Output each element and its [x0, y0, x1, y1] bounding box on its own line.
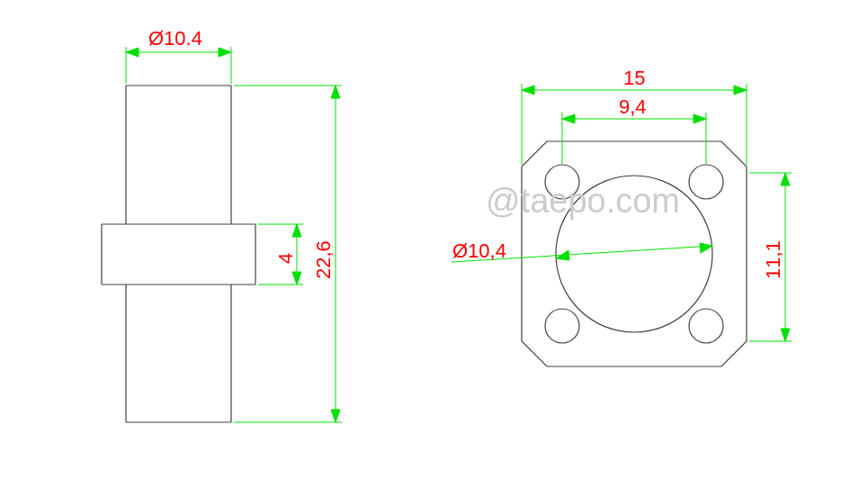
dim-flange-thickness-label: 4: [274, 253, 297, 264]
svg-point-30: [689, 309, 723, 343]
left-part-outline: [102, 86, 255, 422]
dim-center-diameter-label: Ø10,4: [452, 240, 506, 262]
svg-marker-40: [694, 114, 706, 123]
svg-marker-18: [331, 86, 340, 98]
svg-marker-48: [781, 329, 790, 341]
svg-marker-39: [562, 114, 575, 123]
dim-top-diameter: [126, 47, 231, 84]
left-side-view: Ø10.4 22,6 4: [102, 27, 342, 422]
svg-marker-13: [126, 48, 139, 57]
svg-marker-14: [219, 48, 231, 57]
dim-hole-pitch-label: 9,4: [619, 95, 647, 118]
watermark-text: @taepo.com: [486, 182, 680, 220]
dim-outer-width-label: 15: [623, 67, 645, 89]
svg-point-29: [545, 309, 579, 343]
svg-marker-35: [734, 86, 747, 95]
svg-point-28: [689, 165, 723, 199]
svg-marker-34: [522, 86, 534, 95]
dim-top-diameter-label: Ø10.4: [148, 27, 202, 50]
dim-overall-height-label: 22,6: [312, 240, 335, 279]
svg-marker-23: [292, 224, 301, 237]
dim-hole-pitch: [562, 113, 706, 164]
svg-marker-43: [700, 243, 712, 253]
svg-marker-24: [292, 272, 301, 285]
right-part-outline: [522, 141, 747, 366]
engineering-drawing: Ø10.4 22,6 4: [0, 0, 868, 479]
svg-marker-19: [331, 410, 340, 422]
dim-right-height-label: 11,1: [762, 240, 784, 279]
svg-marker-47: [781, 173, 790, 185]
